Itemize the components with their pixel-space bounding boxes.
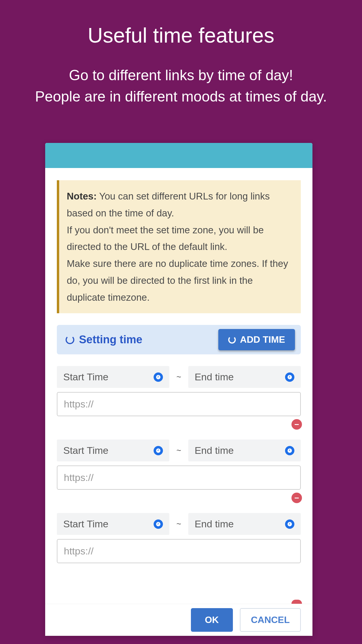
page-subtitle: Go to different links by time of day! Pe…	[0, 47, 362, 107]
subtitle-line-1: Go to different links by time of day!	[69, 67, 293, 83]
range-separator: ~	[176, 519, 181, 529]
clock-icon	[154, 519, 163, 529]
url-input[interactable]	[57, 539, 301, 563]
cancel-button[interactable]: CANCEL	[240, 608, 301, 632]
time-entry: Start Time ~ End time	[57, 366, 301, 416]
start-time-input[interactable]: Start Time	[57, 513, 169, 535]
clock-icon	[285, 519, 294, 529]
start-time-label: Start Time	[63, 445, 108, 456]
section-title-label: Setting time	[79, 333, 142, 346]
clock-icon	[154, 372, 163, 382]
modal-footer: OK CANCEL	[45, 604, 312, 636]
modal-header-bar	[45, 143, 312, 168]
clock-icon	[228, 336, 236, 344]
remove-entry-button[interactable]	[291, 419, 302, 430]
clock-icon	[285, 372, 294, 382]
end-time-label: End time	[195, 518, 234, 530]
url-input[interactable]	[57, 466, 301, 490]
add-time-button[interactable]: ADD TIME	[218, 329, 295, 350]
subtitle-line-2: People are in different moods at times o…	[35, 88, 327, 105]
start-time-label: Start Time	[63, 518, 108, 530]
url-input[interactable]	[57, 392, 301, 416]
range-separator: ~	[176, 372, 181, 382]
time-entry: Start Time ~ End time	[57, 440, 301, 490]
start-time-input[interactable]: Start Time	[57, 440, 169, 461]
end-time-input[interactable]: End time	[188, 513, 301, 535]
notes-box: Notes: You can set different URLs for lo…	[57, 180, 301, 313]
end-time-label: End time	[195, 371, 234, 383]
end-time-input[interactable]: End time	[188, 440, 301, 461]
setting-time-section: Setting time ADD TIME	[57, 325, 301, 354]
end-time-label: End time	[195, 445, 234, 456]
remove-entry-button[interactable]	[291, 493, 302, 503]
time-row: Start Time ~ End time	[57, 440, 301, 461]
minus-icon	[295, 424, 299, 425]
settings-modal: Notes: You can set different URLs for lo…	[45, 143, 312, 636]
modal-body: Notes: You can set different URLs for lo…	[45, 168, 312, 604]
start-time-label: Start Time	[63, 371, 108, 383]
clock-icon	[285, 446, 294, 455]
add-time-label: ADD TIME	[240, 334, 285, 345]
section-title: Setting time	[66, 333, 142, 346]
minus-icon	[295, 498, 299, 498]
page-title: Useful time features	[0, 0, 362, 47]
start-time-input[interactable]: Start Time	[57, 366, 169, 388]
time-row: Start Time ~ End time	[57, 366, 301, 388]
time-entry: Start Time ~ End time	[57, 513, 301, 563]
range-separator: ~	[176, 446, 181, 455]
clock-icon	[154, 446, 163, 455]
remove-entry-button[interactable]	[291, 600, 302, 604]
clock-icon	[66, 335, 74, 344]
end-time-input[interactable]: End time	[188, 366, 301, 388]
ok-button[interactable]: OK	[191, 608, 233, 632]
notes-label: Notes:	[67, 191, 97, 202]
notes-text: You can set different URLs for long link…	[67, 191, 288, 303]
time-row: Start Time ~ End time	[57, 513, 301, 535]
